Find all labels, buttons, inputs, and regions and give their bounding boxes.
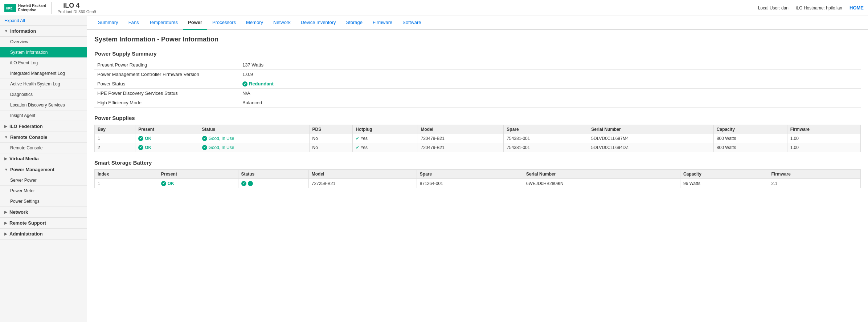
col-index: Index — [95, 170, 158, 179]
col-present: Present — [135, 125, 199, 134]
table-row: HPE Power Discovery Services Status N/A — [94, 89, 861, 98]
sidebar-section-virtual-media-label: Virtual Media — [9, 156, 39, 161]
ps-row2-present: OK — [135, 143, 199, 152]
chevron-network-icon — [4, 210, 7, 214]
ps-row1-present-badge: OK — [138, 136, 196, 141]
hpe-logo-icon: HPE — [5, 5, 15, 11]
sidebar-item-location-discovery-services[interactable]: Location Discovery Services — [0, 100, 87, 110]
tab-memory[interactable]: Memory — [241, 16, 268, 30]
sidebar-item-system-information[interactable]: System Information — [0, 47, 87, 58]
col-model: Model — [418, 125, 504, 134]
sidebar-section-network-label: Network — [9, 209, 28, 215]
power-status-label: Power Status — [94, 79, 239, 89]
tab-temperatures[interactable]: Temperatures — [144, 16, 183, 30]
ps-row2-bay: 2 — [95, 143, 135, 152]
sidebar-section-administration-header[interactable]: Administration — [0, 229, 87, 240]
ps-row2-pds: No — [309, 143, 353, 152]
power-supplies-title: Power Supplies — [94, 115, 861, 121]
sidebar-item-integrated-management-log[interactable]: Integrated Management Log — [0, 68, 87, 79]
sidebar-section-administration-label: Administration — [9, 231, 43, 237]
sidebar-section-remote-support-header[interactable]: Remote Support — [0, 218, 87, 229]
col-serial-number: Serial Number — [523, 170, 680, 179]
ssb-row1-spare: 871264-001 — [417, 179, 523, 188]
content-area: Summary Fans Temperatures Power Processo… — [87, 16, 868, 322]
sidebar-item-remote-console[interactable]: Remote Console — [0, 143, 87, 153]
sidebar-section-virtual-media: Virtual Media — [0, 153, 87, 164]
power-status-value: Redundant — [239, 79, 861, 89]
home-link[interactable]: HOME — [849, 5, 864, 11]
sidebar-section-information-header[interactable]: Information — [0, 26, 87, 37]
ps-row2-status: Good, In Use — [199, 143, 309, 152]
ps-row1-model: 720479-B21 — [418, 134, 504, 143]
power-status-ok-badge: Redundant — [242, 81, 858, 86]
col-hotplug: Hotplug — [353, 125, 418, 134]
sidebar-item-power-meter[interactable]: Power Meter — [0, 186, 87, 196]
sidebar-section-ilo-federation-header[interactable]: iLO Federation — [0, 121, 87, 132]
col-present: Present — [158, 170, 238, 179]
ps-row1-pds: No — [309, 134, 353, 143]
sidebar-section-remote-support-label: Remote Support — [9, 220, 46, 226]
chevron-remote-console-icon — [4, 135, 8, 139]
sidebar-section-power-management-header[interactable]: Power Management — [0, 164, 87, 175]
tab-storage[interactable]: Storage — [341, 16, 368, 30]
col-serial-number: Serial Number — [588, 125, 713, 134]
ssb-row1-firmware: 2.1 — [768, 179, 861, 188]
chevron-virtual-media-icon — [4, 157, 7, 161]
sidebar-section-remote-console-label: Remote Console — [10, 134, 48, 140]
chevron-information-icon — [4, 29, 8, 33]
tab-software[interactable]: Software — [397, 16, 426, 30]
chevron-ilo-federation-icon — [4, 124, 7, 128]
header-right: Local User: dan iLO Hostname: hpilo.lan … — [758, 5, 864, 11]
power-supply-summary-title: Power Supply Summary — [94, 51, 861, 57]
col-pds: PDS — [309, 125, 353, 134]
ps-row1-serial: 5DLVD0CLL697M4 — [588, 134, 713, 143]
col-status: Status — [238, 170, 308, 179]
tab-device-inventory[interactable]: Device Inventory — [296, 16, 341, 30]
ps-row2-model: 720479-B21 — [418, 143, 504, 152]
ssb-row1-model: 727258-B21 — [308, 179, 417, 188]
tab-network[interactable]: Network — [268, 16, 296, 30]
high-efficiency-mode-label: High Efficiency Mode — [94, 98, 239, 108]
tab-power[interactable]: Power — [183, 16, 207, 30]
table-row: Power Management Controller Firmware Ver… — [94, 70, 861, 79]
ssb-row1-status — [238, 179, 308, 188]
sidebar-item-ilo-event-log[interactable]: iLO Event Log — [0, 58, 87, 68]
col-bay: Bay — [95, 125, 135, 134]
sidebar-section-virtual-media-header[interactable]: Virtual Media — [0, 153, 87, 164]
sidebar-section-network-header[interactable]: Network — [0, 207, 87, 218]
sidebar-item-power-settings[interactable]: Power Settings — [0, 196, 87, 207]
ps-row2-present-badge: OK — [138, 145, 196, 150]
smart-storage-battery-table: Index Present Status Model Spare Serial … — [94, 169, 861, 188]
table-header-row: Index Present Status Model Spare Serial … — [95, 170, 861, 179]
tab-processors[interactable]: Processors — [207, 16, 241, 30]
sidebar-item-active-health-system-log[interactable]: Active Health System Log — [0, 79, 87, 89]
ssb-status-circle — [248, 181, 253, 186]
table-row: High Efficiency Mode Balanced — [94, 98, 861, 108]
hpe-logo-box: HPE — [4, 4, 16, 12]
ps-row2-spare: 754381-001 — [504, 143, 588, 152]
sidebar-item-server-power[interactable]: Server Power — [0, 175, 87, 186]
header: HPE Hewlett Packard Enterprise iLO 4 Pro… — [0, 0, 868, 16]
ps-row2-firmware: 1.00 — [787, 143, 860, 152]
table-row: 2 OK Good, In Use No — [95, 143, 861, 152]
sidebar-section-remote-console: Remote Console Remote Console — [0, 132, 87, 153]
tab-firmware[interactable]: Firmware — [368, 16, 397, 30]
present-power-reading-label: Present Power Reading — [94, 60, 239, 70]
sidebar: Expand All Information Overview System I… — [0, 16, 87, 322]
expand-all-button[interactable]: Expand All — [0, 16, 87, 26]
sidebar-item-diagnostics[interactable]: Diagnostics — [0, 89, 87, 100]
ps-row2-hotplug-check: ✓ — [356, 145, 359, 150]
page-title: System Information - Power Information — [94, 36, 861, 43]
user-info: Local User: dan — [758, 5, 789, 11]
ilo-title: iLO 4 — [63, 2, 96, 9]
table-header-row: Bay Present Status PDS Hotplug Model Spa… — [95, 125, 861, 134]
ps-row2-serial: 5DLVD0CLL694DZ — [588, 143, 713, 152]
ps-row1-status: Good, In Use — [199, 134, 309, 143]
sidebar-section-remote-console-header[interactable]: Remote Console — [0, 132, 87, 143]
tab-fans[interactable]: Fans — [123, 16, 144, 30]
sidebar-item-insight-agent[interactable]: Insight Agent — [0, 110, 87, 121]
tab-summary[interactable]: Summary — [93, 16, 123, 30]
pmc-firmware-version-label: Power Management Controller Firmware Ver… — [94, 70, 239, 79]
sidebar-item-overview[interactable]: Overview — [0, 37, 87, 47]
present-power-reading-value: 137 Watts — [239, 60, 861, 70]
